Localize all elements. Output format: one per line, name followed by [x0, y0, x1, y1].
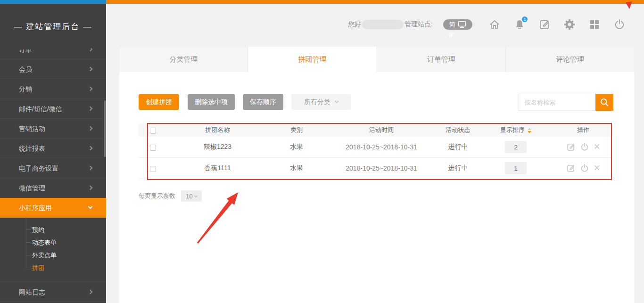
sidebar-item-wechat[interactable]: 微信管理 [0, 178, 106, 198]
submenu-label: 外卖点单 [32, 252, 57, 259]
sidebar-item-label: 统计报表 [19, 145, 45, 152]
table-row: 香蕉1111 水果 2018-10-25~2018-10-31 进行中 ✕ [139, 158, 613, 179]
app-title: — 建站管理后台 — [0, 21, 106, 32]
gear-icon[interactable] [563, 18, 576, 31]
home-icon[interactable] [488, 18, 501, 31]
row-checkbox[interactable] [150, 166, 156, 172]
edit-icon[interactable] [566, 142, 576, 152]
sidebar-item-marketing[interactable]: 营销活动 [0, 119, 106, 139]
sidebar-item-label: 订单 [19, 46, 32, 53]
category-filter-dropdown[interactable]: 所有分类 [291, 94, 351, 110]
search-button[interactable] [595, 94, 613, 111]
chevron-right-icon [88, 67, 93, 72]
language-label: 简 [449, 20, 455, 29]
col-header-category: 类别 [268, 126, 325, 134]
notification-badge: 1 [522, 16, 528, 22]
col-header-time: 活动时间 [325, 126, 438, 134]
submenu-label: 拼团 [32, 264, 44, 271]
language-switcher-box: 简 体 [443, 19, 472, 30]
sidebar-item-label: 邮件/短信/微信 [19, 105, 62, 113]
chevron-down-icon [194, 194, 198, 197]
edit-icon[interactable] [566, 164, 576, 173]
close-icon[interactable]: ✕ [594, 164, 600, 173]
cell-name: 辣椒1223 [167, 143, 268, 151]
search-input[interactable] [519, 94, 595, 111]
grid-icon[interactable] [588, 18, 601, 31]
sidebar-item-orders[interactable]: 订单 [0, 40, 106, 59]
tab-comment-mgmt[interactable]: 评论管理 [506, 47, 634, 72]
sidebar-item-miniprogram[interactable]: 小程序应用 [0, 198, 106, 218]
username-redacted [362, 20, 404, 29]
submenu-label: 预约 [32, 226, 44, 233]
sidebar-item-label: 网站日志 [19, 288, 45, 296]
sidebar-item-label: 微信管理 [19, 184, 45, 192]
topbar-orange [106, 0, 644, 4]
tab-category-mgmt[interactable]: 分类管理 [119, 47, 248, 72]
display-order-input[interactable] [505, 162, 527, 174]
cell-time: 2018-10-25~2018-10-31 [325, 164, 438, 172]
category-filter-label: 所有分类 [304, 98, 330, 106]
language-switcher[interactable]: 简 [443, 19, 472, 30]
create-groupbuy-button[interactable]: 创建拼团 [139, 94, 179, 110]
tab-order-mgmt[interactable]: 订单管理 [377, 47, 506, 72]
per-page-dropdown[interactable]: 10 [181, 190, 202, 202]
sidebar-item-reports[interactable]: 统计报表 [0, 139, 106, 158]
close-icon[interactable]: ✕ [594, 142, 600, 152]
top-header: 您好 管理站点: 简 体 1 [106, 4, 644, 45]
topbar-blue [0, 0, 106, 4]
chevron-right-icon [88, 47, 93, 52]
sidebar-item-label: 会员 [19, 66, 32, 73]
header-icon-row: 1 [488, 18, 626, 31]
sidebar-subitem-groupbuy[interactable]: 拼团 [0, 262, 106, 274]
sidebar-subitem-takeout[interactable]: 外卖点单 [0, 249, 106, 262]
col-header-name: 拼团名称 [167, 126, 268, 134]
delete-selected-button[interactable]: 删除选中项 [188, 94, 235, 110]
sort-up-icon [528, 128, 531, 130]
sidebar-scrollbar[interactable] [104, 100, 106, 157]
sidebar-item-members[interactable]: 会员 [0, 59, 106, 79]
power-icon[interactable] [580, 142, 589, 152]
sidebar-item-distribution[interactable]: 分销 [0, 79, 106, 99]
power-icon[interactable] [580, 164, 589, 173]
per-page-label: 每页显示条数 [139, 192, 175, 200]
sidebar-item-site-logs[interactable]: 网站日志 [0, 282, 106, 302]
edit-icon[interactable] [538, 18, 551, 31]
select-all-checkbox[interactable] [150, 128, 156, 134]
sidebar-item-label: 电子商务设置 [19, 164, 58, 172]
bell-icon[interactable]: 1 [513, 18, 526, 31]
col-header-sort: 显示排序 [478, 126, 553, 134]
per-page-control: 每页显示条数 10 [139, 190, 202, 202]
chevron-right-icon [88, 290, 93, 295]
cell-status: 进行中 [438, 164, 478, 172]
cell-category: 水果 [268, 143, 325, 151]
chevron-right-icon [88, 186, 93, 190]
chevron-right-icon [88, 166, 93, 171]
row-checkbox[interactable] [150, 145, 156, 151]
display-order-input[interactable] [505, 141, 527, 153]
cell-category: 水果 [268, 164, 325, 172]
tab-groupbuy-mgmt[interactable]: 拼团管理 [248, 47, 377, 72]
sidebar-item-ecommerce-settings[interactable]: 电子商务设置 [0, 158, 106, 178]
sidebar: — 建站管理后台 — 订单 会员 分销 邮件/短信/微信 营销活动 统计报表 电… [0, 4, 106, 303]
submenu-label: 动态表单 [32, 239, 57, 246]
sidebar-item-label: 分销 [19, 85, 32, 93]
save-order-button[interactable]: 保存顺序 [243, 94, 283, 110]
chevron-right-icon [88, 87, 93, 91]
sidebar-menu: 订单 会员 分销 邮件/短信/微信 营销活动 统计报表 电子商务设置 微信管理 [0, 40, 106, 302]
sidebar-item-messaging[interactable]: 邮件/短信/微信 [0, 99, 106, 119]
search-icon [599, 97, 610, 107]
sidebar-subitem-dynamic-form[interactable]: 动态表单 [0, 236, 106, 249]
power-icon[interactable] [613, 18, 626, 31]
site-label: 管理站点: [405, 20, 433, 29]
col-header-status: 活动状态 [438, 126, 478, 134]
per-page-value: 10 [186, 193, 192, 200]
sidebar-item-label: 营销活动 [19, 125, 45, 132]
monitor-icon [458, 21, 466, 28]
search-group [519, 94, 613, 111]
sort-toggle[interactable] [528, 128, 531, 133]
sidebar-subitem-reservation[interactable]: 预约 [0, 223, 106, 236]
sidebar-submenu: 预约 动态表单 外卖点单 拼团 [0, 218, 106, 282]
cell-name: 香蕉1111 [167, 164, 268, 172]
tab-bar: 分类管理 拼团管理 订单管理 评论管理 [119, 47, 634, 72]
sidebar-item-label: 小程序应用 [19, 204, 52, 212]
